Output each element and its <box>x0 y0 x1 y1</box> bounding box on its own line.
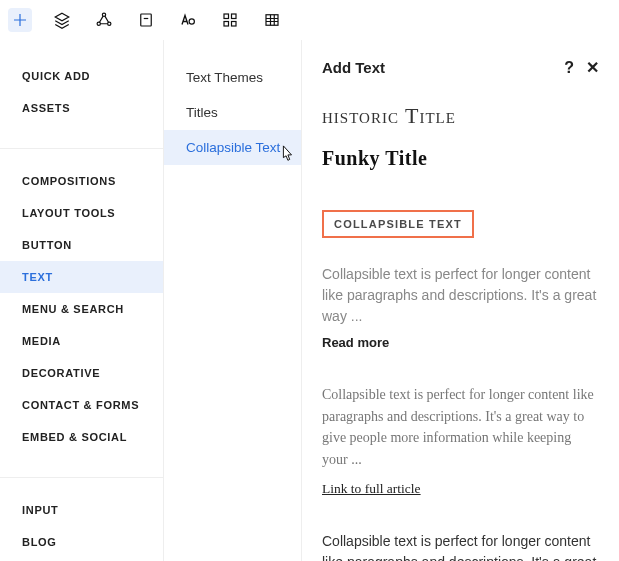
sample-desc: Collapsible text is perfect for longer c… <box>322 384 599 471</box>
submenu-item-text-themes[interactable]: Text Themes <box>164 60 301 95</box>
type-icon[interactable] <box>176 8 200 32</box>
sidebar-item-quick-add[interactable]: QUICK ADD <box>0 60 163 92</box>
svg-point-4 <box>189 19 194 24</box>
section-label-collapsible: COLLAPSIBLE TEXT <box>322 210 474 238</box>
help-icon[interactable]: ? <box>564 59 574 77</box>
close-icon[interactable]: ✕ <box>586 58 599 77</box>
divider <box>0 148 163 149</box>
submenu-item-collapsible-text[interactable]: Collapsible Text <box>164 130 301 165</box>
apps-icon[interactable] <box>218 8 242 32</box>
top-toolbar <box>0 0 619 40</box>
sidebar-item-button[interactable]: BUTTON <box>0 229 163 261</box>
plus-icon[interactable] <box>8 8 32 32</box>
share-icon[interactable] <box>92 8 116 32</box>
svg-rect-3 <box>141 14 152 26</box>
collapsible-sample-1[interactable]: Collapsible text is perfect for longer c… <box>322 264 599 350</box>
sidebar-item-compositions[interactable]: COMPOSITIONS <box>0 165 163 197</box>
sidebar-item-contact-forms[interactable]: CONTACT & FORMS <box>0 389 163 421</box>
sidebar-item-media[interactable]: MEDIA <box>0 325 163 357</box>
svg-point-1 <box>97 22 100 25</box>
funky-title-sample[interactable]: Funky Title <box>322 147 599 170</box>
sidebar-item-decorative[interactable]: DECORATIVE <box>0 357 163 389</box>
submenu: Text Themes Titles Collapsible Text <box>164 40 302 561</box>
left-sidebar: QUICK ADD ASSETS COMPOSITIONS LAYOUT TOO… <box>0 40 164 561</box>
table-icon[interactable] <box>260 8 284 32</box>
divider <box>0 477 163 478</box>
sidebar-item-embed-social[interactable]: EMBED & SOCIAL <box>0 421 163 453</box>
svg-rect-5 <box>224 14 229 19</box>
read-more-link[interactable]: Read more <box>322 335 599 350</box>
sidebar-item-input[interactable]: INPUT <box>0 494 163 526</box>
right-panel: Add Text ? ✕ historic Title Funky Title … <box>302 40 619 561</box>
svg-rect-8 <box>232 22 237 27</box>
svg-point-0 <box>102 13 105 16</box>
sidebar-item-menu-search[interactable]: MENU & SEARCH <box>0 293 163 325</box>
sidebar-item-text[interactable]: TEXT <box>0 261 163 293</box>
collapsible-sample-2[interactable]: Collapsible text is perfect for longer c… <box>322 384 599 497</box>
sidebar-item-blog[interactable]: BLOG <box>0 526 163 558</box>
link-full-article[interactable]: Link to full article <box>322 481 599 497</box>
collapsible-sample-3[interactable]: Collapsible text is perfect for longer c… <box>322 531 599 561</box>
sample-desc: Collapsible text is perfect for longer c… <box>322 531 599 561</box>
svg-rect-9 <box>266 15 278 26</box>
sample-desc: Collapsible text is perfect for longer c… <box>322 264 599 327</box>
historic-title-sample[interactable]: historic Title <box>322 103 599 129</box>
submenu-item-titles[interactable]: Titles <box>164 95 301 130</box>
panel-title: Add Text <box>322 59 385 76</box>
layers-icon[interactable] <box>50 8 74 32</box>
sidebar-item-assets[interactable]: ASSETS <box>0 92 163 124</box>
svg-point-2 <box>108 22 111 25</box>
svg-rect-7 <box>224 22 229 27</box>
svg-rect-6 <box>232 14 237 19</box>
note-icon[interactable] <box>134 8 158 32</box>
sidebar-item-layout-tools[interactable]: LAYOUT TOOLS <box>0 197 163 229</box>
